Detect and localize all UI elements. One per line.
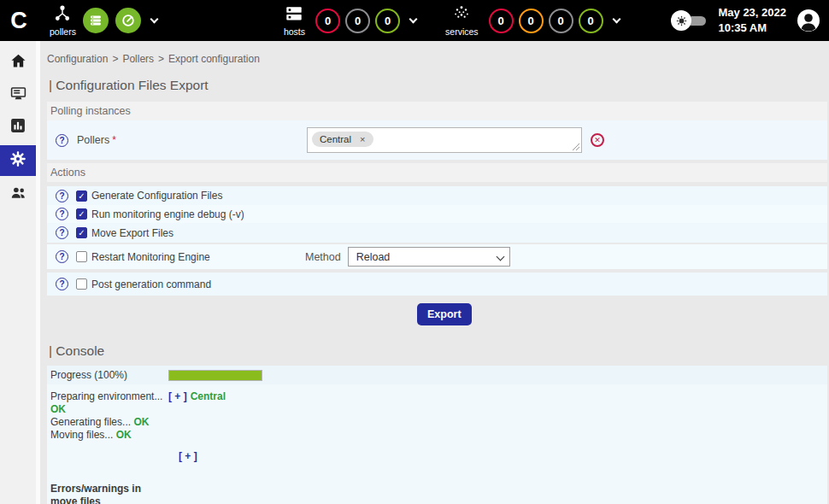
generate-config-label: Generate Configuration Files: [91, 190, 222, 202]
services-menu[interactable]: services: [445, 4, 479, 37]
breadcrumb-separator: >: [112, 53, 118, 65]
hosts-menu[interactable]: hosts: [284, 4, 305, 37]
console-log: Preparing environment... OK Generating f…: [47, 384, 827, 442]
progress-row: Progress (100%): [47, 366, 827, 384]
pollers-label: pollers: [50, 27, 76, 37]
poller-latency-gauge-icon[interactable]: [115, 8, 141, 33]
sidebar: [0, 41, 36, 504]
export-button[interactable]: Export: [417, 303, 472, 325]
hosts-chevron-down-icon[interactable]: [409, 15, 418, 24]
errors-warnings-label: Errors/warnings in move files: [50, 483, 162, 504]
post-generation-label: Post generation command: [91, 278, 211, 290]
generate-config-checkbox[interactable]: [76, 190, 87, 202]
log-line: Preparing environment... OK: [50, 390, 168, 416]
polling-instances-heading: Polling instances: [47, 102, 827, 120]
method-label: Method: [305, 251, 341, 263]
sidebar-item-home[interactable]: [0, 48, 36, 77]
run-debug-checkbox[interactable]: [76, 208, 87, 220]
restart-engine-label: Restart Monitoring Engine: [91, 251, 210, 263]
poller-result-name[interactable]: Central: [191, 390, 226, 402]
hosts-up-counter[interactable]: 0: [375, 9, 400, 33]
progress-bar: [168, 370, 262, 381]
status-ok: OK: [116, 429, 132, 441]
centreon-app: C pollers hosts 0: [0, 0, 829, 504]
log-line: Generating files... OK: [50, 416, 168, 429]
help-icon[interactable]: [56, 134, 68, 147]
method-select[interactable]: Reload: [348, 247, 510, 267]
method-block: Method Reload: [305, 247, 510, 267]
pollers-chevron-down-icon[interactable]: [150, 15, 158, 24]
progress-fill: [169, 371, 262, 380]
hosts-status-group: hosts 0 0 0: [284, 4, 416, 37]
log-line: Moving files... OK: [50, 429, 168, 442]
hosts-down-counter[interactable]: 0: [315, 9, 340, 33]
poller-tag-label: Central: [320, 134, 351, 144]
user-avatar[interactable]: [797, 9, 820, 32]
clock: May 23, 2022 10:35 AM: [718, 5, 786, 35]
action-row-move: Move Export Files: [47, 223, 827, 243]
hosts-icon: [285, 4, 303, 26]
services-critical-counter[interactable]: 0: [489, 9, 514, 33]
breadcrumb-export-configuration: Export configuration: [168, 53, 260, 65]
export-form: Polling instances Pollers * Central × Ac…: [47, 102, 827, 333]
help-icon[interactable]: [56, 190, 68, 202]
action-row-debug: Run monitoring engine debug (-v): [47, 205, 827, 223]
help-icon[interactable]: [56, 208, 68, 220]
pollers-field-row: Pollers * Central ×: [47, 120, 827, 160]
light-dark-toggle[interactable]: [671, 10, 706, 31]
sidebar-item-configuration[interactable]: [0, 145, 36, 176]
people-icon: [9, 184, 27, 205]
export-row: Export: [47, 296, 827, 333]
services-ok-counter[interactable]: 0: [579, 9, 603, 33]
clear-pollers-icon[interactable]: [591, 133, 604, 147]
action-row-generate: Generate Configuration Files: [47, 186, 827, 205]
help-icon[interactable]: [56, 250, 68, 263]
move-files-label: Move Export Files: [91, 227, 173, 239]
help-icon[interactable]: [56, 226, 68, 239]
services-warning-counter[interactable]: 0: [519, 9, 544, 33]
monitor-icon: [9, 85, 27, 106]
sidebar-item-reporting[interactable]: [0, 113, 36, 142]
home-icon: [9, 52, 27, 73]
gear-icon: [9, 150, 26, 171]
action-row-postgen: Post generation command: [47, 273, 827, 296]
restart-engine-checkbox[interactable]: [76, 251, 87, 262]
clock-date: May 23, 2022: [718, 5, 786, 21]
method-select-wrap: Reload: [348, 247, 510, 267]
breadcrumb: Configuration>Pollers>Export configurati…: [47, 53, 829, 65]
sidebar-item-administration[interactable]: [0, 179, 36, 208]
breadcrumb-pollers[interactable]: Pollers: [122, 53, 154, 65]
expand-toggle[interactable]: [ + ]: [168, 390, 187, 402]
hosts-label: hosts: [284, 27, 305, 37]
hosts-unreachable-counter[interactable]: 0: [345, 9, 370, 33]
breadcrumb-separator: >: [158, 53, 164, 65]
top-bar: C pollers hosts 0: [0, 0, 829, 41]
run-debug-label: Run monitoring engine debug (-v): [91, 208, 244, 220]
required-asterisk: *: [112, 134, 116, 146]
services-icon: [452, 4, 471, 26]
sun-icon: [671, 10, 691, 31]
breadcrumb-configuration[interactable]: Configuration: [47, 53, 108, 65]
poller-tag-remove-icon[interactable]: ×: [360, 134, 365, 144]
poller-list-status-icon[interactable]: [83, 8, 109, 33]
actions-heading: Actions: [47, 163, 827, 182]
post-generation-checkbox[interactable]: [76, 278, 87, 290]
pollers-field-label: Pollers: [77, 134, 109, 146]
status-ok: OK: [133, 416, 149, 428]
progress-label: Progress (100%): [47, 369, 168, 381]
services-chevron-down-icon[interactable]: [612, 15, 620, 24]
move-files-checkbox[interactable]: [76, 227, 87, 238]
expand-toggle[interactable]: [ + ]: [179, 450, 197, 462]
sidebar-item-monitoring[interactable]: [0, 80, 36, 109]
services-unknown-counter[interactable]: 0: [549, 9, 573, 33]
centreon-logo[interactable]: C: [0, 8, 36, 34]
main-content: Configuration>Pollers>Export configurati…: [40, 41, 829, 504]
pollers-input[interactable]: Central ×: [307, 127, 582, 153]
pollers-status-group: pollers: [50, 4, 157, 37]
services-label: services: [445, 27, 479, 37]
help-icon[interactable]: [56, 278, 68, 290]
resize-handle[interactable]: [571, 142, 579, 150]
poller-result: [ + ]Central: [168, 390, 226, 442]
pollers-menu[interactable]: pollers: [50, 4, 76, 37]
status-ok: OK: [50, 403, 66, 415]
